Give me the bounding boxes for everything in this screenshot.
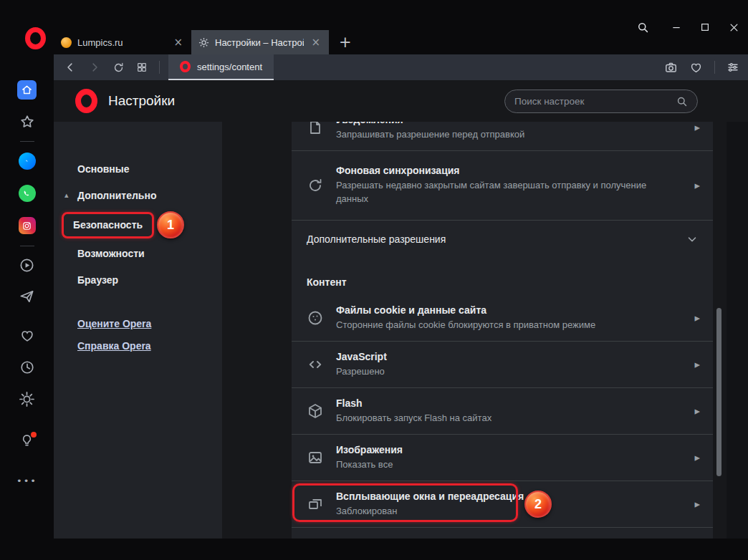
reload-icon xyxy=(112,62,125,74)
sidebar-divider xyxy=(20,141,34,142)
easy-setup-button[interactable] xyxy=(727,61,739,74)
gear-icon xyxy=(19,391,35,407)
sidebar-item-instagram[interactable] xyxy=(19,217,36,234)
maximize-button[interactable] xyxy=(691,22,719,32)
sidebar-item-bookmarks[interactable] xyxy=(19,114,35,130)
settings-content: Основные ▴ Дополнительно Безопасность 1 … xyxy=(54,122,748,539)
settings-nav: Основные ▴ Дополнительно Безопасность 1 … xyxy=(54,122,222,539)
notification-dot xyxy=(31,432,37,438)
link-help-opera[interactable]: Справка Opera xyxy=(77,340,222,352)
flash-plugin-icon xyxy=(307,402,324,420)
section-title-content: Контент xyxy=(307,276,713,288)
sidebar-item-home[interactable] xyxy=(17,80,37,100)
tab-settings[interactable]: Настройки – Настройки са × xyxy=(191,30,329,54)
new-tab-button[interactable]: + xyxy=(339,34,352,51)
settings-row-javascript[interactable]: JavaScript Разрешено ▸ xyxy=(292,342,713,388)
row-subtitle: Разрешено xyxy=(336,365,387,379)
tab-close-icon[interactable]: × xyxy=(172,36,184,49)
toolbar-divider xyxy=(714,61,715,74)
reload-button[interactable] xyxy=(112,62,125,74)
minimize-button[interactable] xyxy=(662,22,691,32)
image-icon xyxy=(307,449,324,466)
settings-row-flash[interactable]: Flash Блокировать запуск Flash на сайтах… xyxy=(292,388,713,435)
back-button[interactable] xyxy=(64,61,77,74)
search-icon xyxy=(676,95,688,107)
row-title: Flash xyxy=(336,397,492,409)
search-tabs-icon[interactable] xyxy=(636,21,649,34)
nav-item-features[interactable]: Возможности xyxy=(54,241,222,267)
window-bottom-frame xyxy=(54,539,748,560)
nav-item-label: Дополнительно xyxy=(77,190,156,201)
nav-item-advanced[interactable]: ▴ Дополнительно xyxy=(54,183,222,209)
annotation-badge-2: 2 xyxy=(524,491,552,518)
row-subtitle: Разрешать недавно закрытым сайтам заверш… xyxy=(336,179,666,206)
page-right-margin xyxy=(727,122,748,539)
tab-label: Настройки – Настройки са xyxy=(215,37,304,48)
forward-button[interactable] xyxy=(88,61,101,74)
snapshot-button[interactable] xyxy=(664,61,678,74)
settings-row-background-sync[interactable]: Фоновая синхронизация Разрешать недавно … xyxy=(292,151,713,221)
settings-row-notifications[interactable]: Уведомления Запрашивать разрешение перед… xyxy=(292,122,713,151)
settings-row-images[interactable]: Изображения Показать все ▸ xyxy=(292,435,713,481)
opera-logo-icon xyxy=(75,89,97,113)
grid-icon xyxy=(136,62,148,73)
row-subtitle: Запрашивать разрешение перед отправкой xyxy=(336,128,524,142)
annotation-badge-1: 1 xyxy=(157,211,184,238)
lumpics-favicon-icon xyxy=(61,37,72,48)
tab-close-icon[interactable]: × xyxy=(310,36,322,49)
chevron-down-icon xyxy=(686,233,699,246)
notification-icon xyxy=(307,122,324,136)
sidebar-item-messenger[interactable] xyxy=(19,153,36,170)
nav-item-general[interactable]: Основные xyxy=(54,156,222,183)
bookmark-page-button[interactable] xyxy=(689,61,703,74)
nav-item-label: Возможности xyxy=(77,248,145,259)
settings-search-input[interactable] xyxy=(514,96,676,107)
sidebar-item-history[interactable] xyxy=(19,359,35,375)
chevron-right-icon: ▸ xyxy=(694,179,700,192)
sidebar-item-tips[interactable] xyxy=(19,433,34,448)
chevron-right-icon: ▸ xyxy=(694,312,700,324)
settings-rows: Уведомления Запрашивать разрешение перед… xyxy=(292,122,713,539)
tab-label: Lumpics.ru xyxy=(77,37,166,48)
sidebar-item-flow[interactable] xyxy=(19,288,35,304)
caret-up-icon: ▴ xyxy=(64,190,69,200)
url-text[interactable]: settings/content xyxy=(197,62,262,72)
chevron-right-icon: ▸ xyxy=(694,358,700,371)
sidebar-item-settings[interactable] xyxy=(19,391,35,407)
tab-lumpics[interactable]: Lumpics.ru × xyxy=(54,30,191,54)
chevron-right-icon: ▸ xyxy=(694,498,700,511)
gear-favicon-icon xyxy=(198,37,209,48)
address-bar: settings/content xyxy=(54,54,748,80)
url-chip[interactable]: settings/content xyxy=(168,54,274,80)
home-icon xyxy=(21,84,33,96)
star-icon xyxy=(19,114,35,130)
nav-item-browser[interactable]: Браузер xyxy=(54,267,222,294)
send-icon xyxy=(19,288,35,304)
scrollbar-thumb[interactable] xyxy=(716,308,721,476)
nav-item-security[interactable]: Безопасность xyxy=(73,219,143,231)
sidebar-item-player[interactable] xyxy=(19,257,35,274)
row-title: Фоновая синхронизация xyxy=(336,165,666,176)
row-title: Дополнительные разрешения xyxy=(307,233,446,245)
settings-row-popups[interactable]: Всплывающие окна и переадресация Заблоки… xyxy=(292,481,713,528)
page-title: Настройки xyxy=(108,93,175,109)
row-title: JavaScript xyxy=(336,351,387,362)
settings-search[interactable] xyxy=(504,90,698,113)
row-advanced-permissions[interactable]: Дополнительные разрешения xyxy=(292,221,713,258)
row-title: Изображения xyxy=(336,444,403,455)
speed-dial-button[interactable] xyxy=(136,62,148,73)
sidebar-item-more[interactable]: ••• xyxy=(16,475,37,486)
camera-icon xyxy=(664,61,678,74)
sidebar-item-favorites[interactable] xyxy=(19,328,35,344)
opera-favicon-icon xyxy=(180,61,191,72)
chevron-right-icon: ▸ xyxy=(694,122,700,134)
link-rate-opera[interactable]: Оцените Opera xyxy=(77,318,222,329)
annotation-box-security: Безопасность xyxy=(62,212,154,238)
whatsapp-icon xyxy=(22,189,32,198)
row-subtitle: Заблокирован xyxy=(336,505,524,518)
nav-item-label: Браузер xyxy=(77,274,118,286)
close-button[interactable] xyxy=(719,22,748,33)
sidebar-item-whatsapp[interactable] xyxy=(19,185,36,202)
heart-icon xyxy=(19,328,35,344)
settings-row-cookies[interactable]: Файлы cookie и данные сайта Сторонние фа… xyxy=(292,295,713,342)
